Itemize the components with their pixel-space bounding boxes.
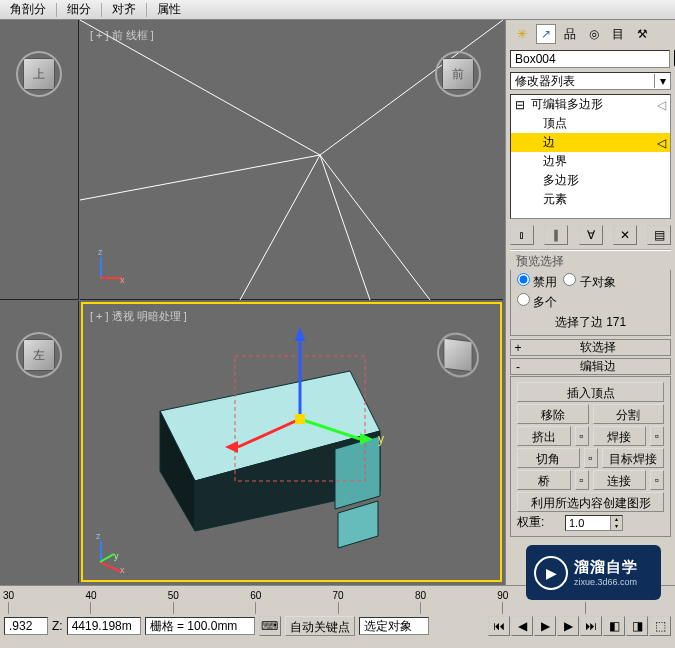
view-cube-persp[interactable] [433,331,483,381]
selection-preview-panel: 禁用 子对象 多个 选择了边 171 [510,270,671,336]
selection-count: 选择了边 171 [517,311,664,332]
connect-button[interactable]: 连接 [593,470,647,490]
watermark-url: zixue.3d66.com [574,577,638,587]
weight-label: 权重: [517,514,561,531]
z-coord-field[interactable]: 4419.198m [67,617,141,635]
goto-end-icon[interactable]: ⏭ [580,616,602,636]
svg-text:y: y [378,432,384,446]
view-cube-left[interactable]: 左 [14,331,64,381]
create-shape-button[interactable]: 利用所选内容创建图形 [517,492,664,512]
radio-disabled[interactable]: 禁用 [517,273,557,291]
utilities-tab-icon[interactable]: ⚒ [632,24,652,44]
preview-selection-title: 预览选择 [510,249,671,270]
modstack-sub-border[interactable]: 边界 [511,152,670,171]
radio-subobj[interactable]: 子对象 [563,273,615,291]
view-cube-front[interactable]: 前 [433,50,483,100]
modstack-sub-vertex[interactable]: 顶点 [511,114,670,133]
y-coord-field[interactable]: .932 [4,617,48,635]
modstack-root[interactable]: ⊟ 可编辑多边形 ◁ [511,95,670,114]
motion-tab-icon[interactable]: ◎ [584,24,604,44]
create-tab-icon[interactable]: ✳ [512,24,532,44]
prompt-icon[interactable]: ⌨ [259,616,281,636]
bridge-settings-button[interactable]: ▫ [575,470,589,490]
watermark-title: 溜溜自学 [574,558,638,577]
weight-input[interactable] [566,516,610,530]
insert-vertex-button[interactable]: 插入顶点 [517,382,664,402]
modstack-buttons: ⫾ ∥ ∀ ✕ ▤ [506,221,675,249]
make-unique-icon[interactable]: ∀ [579,225,603,245]
menu-subdivide2[interactable]: 细分 [59,0,99,20]
watermark-badge: ▶ 溜溜自学 zixue.3d66.com [526,545,661,600]
weld-button[interactable]: 焊接 [593,426,647,446]
menu-subdivide1[interactable]: 角剖分 [2,0,54,20]
menu-properties[interactable]: 属性 [149,0,189,20]
display-tab-icon[interactable]: 目 [608,24,628,44]
viewport-top[interactable]: 上 [0,20,79,300]
hierarchy-tab-icon[interactable]: 品 [560,24,580,44]
weld-settings-button[interactable]: ▫ [650,426,664,446]
modifier-list-dropdown[interactable]: 修改器列表 ▾ [510,72,671,90]
viewport-front[interactable]: [ + ] 前 线框 ] 前 z x [80,20,503,300]
status-row: .932 Z: 4419.198m 栅格 = 100.0mm ⌨ 自动关键点 选… [0,614,675,638]
plus-icon: + [511,341,525,355]
menu-bar: 角剖分 细分 对齐 属性 [0,0,675,20]
edit-edge-panel: 插入顶点 移除 分割 挤出 ▫ 焊接 ▫ 切角 ▫ 目标焊接 桥 ▫ 连接 ▫ [510,376,671,537]
auto-key-button[interactable]: 自动关键点 [285,616,355,636]
spinner-down-icon[interactable]: ▾ [610,523,622,530]
viewport-perspective[interactable]: [ + ] 透视 明暗处理 ] [80,301,503,583]
next-frame-icon[interactable]: ▶ [557,616,579,636]
chamfer-settings-button[interactable]: ▫ [584,448,598,468]
rollout-softsel[interactable]: + 软选择 [510,339,671,356]
extrude-button[interactable]: 挤出 [517,426,571,446]
target-weld-button[interactable]: 目标焊接 [602,448,665,468]
main-area: 上 [ + ] 前 线框 ] 前 z x [0,20,675,585]
radio-multi[interactable]: 多个 [517,293,557,311]
remove-modifier-icon[interactable]: ✕ [613,225,637,245]
nav-icon-2[interactable]: ◨ [626,616,648,636]
watermark-logo-icon: ▶ [534,556,568,590]
playback-controls: ⏮ ◀ ▶ ▶ ⏭ ◧ ◨ ⬚ [488,616,671,636]
view-cube-top[interactable]: 上 [14,50,64,100]
nav-icon-1[interactable]: ◧ [603,616,625,636]
modify-tab-icon[interactable]: ↗ [536,24,556,44]
configure-sets-icon[interactable]: ▤ [647,225,671,245]
bridge-button[interactable]: 桥 [517,470,571,490]
object-name-input[interactable] [510,50,670,68]
menu-align[interactable]: 对齐 [104,0,144,20]
chevron-down-icon[interactable]: ▾ [654,74,670,88]
goto-start-icon[interactable]: ⏮ [488,616,510,636]
weight-spinner[interactable]: ▴▾ [565,515,623,531]
play-icon[interactable]: ▶ [534,616,556,636]
chamfer-button[interactable]: 切角 [517,448,580,468]
modstack-sub-edge[interactable]: 边 ◁ [511,133,670,152]
viewports: 上 [ + ] 前 线框 ] 前 z x [0,20,505,585]
command-panel-tabs: ✳ ↗ 品 ◎ 目 ⚒ [506,20,675,48]
split-button[interactable]: 分割 [593,404,665,424]
extrude-settings-button[interactable]: ▫ [575,426,589,446]
prev-frame-icon[interactable]: ◀ [511,616,533,636]
show-end-result-icon[interactable]: ∥ [544,225,568,245]
modifier-stack[interactable]: ⊟ 可编辑多边形 ◁ 顶点 边 ◁ 边界 多边形 元素 [510,94,671,219]
svg-marker-4 [338,501,378,548]
modifier-list-label: 修改器列表 [511,73,654,90]
z-label: Z: [52,619,63,633]
remove-button[interactable]: 移除 [517,404,589,424]
rollout-editedge[interactable]: - 编辑边 [510,358,671,375]
connect-settings-button[interactable]: ▫ [650,470,664,490]
modstack-sub-element[interactable]: 元素 [511,190,670,209]
spinner-up-icon[interactable]: ▴ [610,516,622,523]
command-panel: ✳ ↗ 品 ◎ 目 ⚒ 修改器列表 ▾ ⊟ 可编辑多边形 ◁ 顶点 边 ◁ [505,20,675,585]
svg-marker-3 [335,436,380,509]
key-filter-field[interactable]: 选定对象 [359,617,429,635]
grid-field: 栅格 = 100.0mm [145,617,255,635]
axis-gizmo-front: z x [92,251,128,287]
modstack-sub-polygon[interactable]: 多边形 [511,171,670,190]
pin-stack-icon[interactable]: ⫾ [510,225,534,245]
viewport-left[interactable]: 左 [0,301,79,583]
axis-gizmo-persp: z x y [92,535,128,571]
svg-rect-12 [295,414,305,424]
nav-icon-3[interactable]: ⬚ [649,616,671,636]
svg-marker-7 [295,327,305,341]
minus-icon: - [511,360,525,374]
